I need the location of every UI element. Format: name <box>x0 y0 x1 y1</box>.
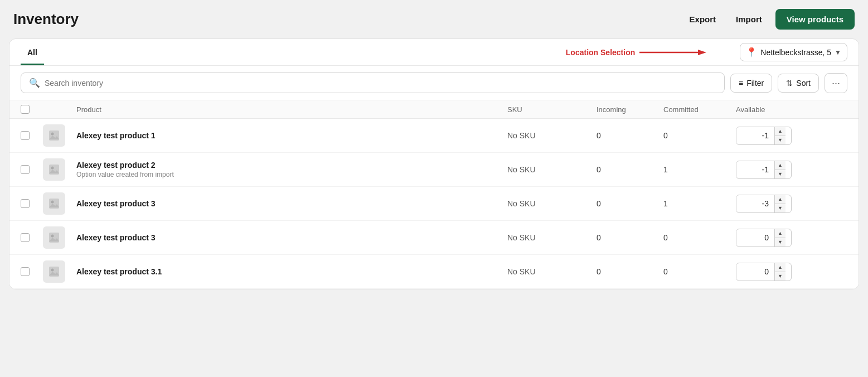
product-sub: Option value created from import <box>76 171 507 178</box>
svg-point-12 <box>51 235 54 238</box>
table-row: Alexey test product 1 No SKU 0 0 ▲ ▼ <box>9 119 859 153</box>
row-checkbox[interactable] <box>21 131 30 140</box>
available-cell: ▲ ▼ <box>736 229 825 247</box>
location-pin-icon: 📍 <box>746 47 757 57</box>
location-dropdown[interactable]: 📍 Nettelbeckstrasse, 5 ▼ <box>740 43 847 61</box>
row-checkbox[interactable] <box>21 165 30 174</box>
incoming-cell: 0 <box>597 165 663 174</box>
product-info: Alexey test product 3 <box>76 199 507 208</box>
row-checkbox-cell[interactable] <box>21 131 43 140</box>
filter-button[interactable]: ≡ Filter <box>730 74 772 93</box>
available-input[interactable] <box>736 264 774 279</box>
product-image <box>43 260 65 283</box>
location-selection-wrapper: Location Selection 📍 Nettelbeckstrasse, … <box>566 43 847 61</box>
stepper-down-button[interactable]: ▼ <box>775 272 785 281</box>
image-placeholder-icon <box>48 129 60 142</box>
select-all-checkbox[interactable] <box>21 105 30 114</box>
sort-button[interactable]: ⇅ Sort <box>778 74 819 93</box>
sort-icon: ⇅ <box>786 79 793 88</box>
view-products-button[interactable]: View products <box>775 9 855 30</box>
product-image <box>43 158 65 181</box>
svg-point-9 <box>51 201 54 204</box>
stepper-up-button[interactable]: ▲ <box>775 263 785 272</box>
select-all-cell[interactable] <box>21 105 43 114</box>
sku-cell: No SKU <box>507 199 597 208</box>
stepper-up-button[interactable]: ▲ <box>775 195 785 204</box>
available-cell: ▲ ▼ <box>736 161 825 179</box>
filter-icon: ≡ <box>739 79 743 88</box>
chevron-down-icon: ▼ <box>835 49 841 56</box>
product-image <box>43 192 65 215</box>
available-input[interactable] <box>736 196 774 211</box>
stepper-up-button[interactable]: ▲ <box>775 161 785 170</box>
available-cell: ▲ ▼ <box>736 127 825 145</box>
row-checkbox-cell[interactable] <box>21 199 43 208</box>
committed-cell: 0 <box>663 267 736 276</box>
import-button[interactable]: Import <box>729 10 769 28</box>
search-input[interactable] <box>45 79 716 88</box>
table-header: Product SKU Incoming Committed Available <box>9 100 859 119</box>
stepper-down-button[interactable]: ▼ <box>775 170 785 178</box>
committed-cell: 0 <box>663 233 736 242</box>
product-info: Alexey test product 3.1 <box>76 267 507 276</box>
row-checkbox[interactable] <box>21 233 30 242</box>
stepper-up-button[interactable]: ▲ <box>775 127 785 136</box>
search-box[interactable]: 🔍 <box>21 72 725 93</box>
row-checkbox[interactable] <box>21 199 30 208</box>
available-input-wrapper[interactable]: ▲ ▼ <box>736 161 792 179</box>
product-image <box>43 226 65 249</box>
available-input[interactable] <box>736 128 774 143</box>
available-input-wrapper[interactable]: ▲ ▼ <box>736 229 792 247</box>
col-product: Product <box>76 105 507 114</box>
col-committed: Committed <box>663 105 736 114</box>
svg-point-15 <box>51 269 54 272</box>
page-title: Inventory <box>13 11 79 28</box>
svg-marker-1 <box>698 50 706 55</box>
available-input-wrapper[interactable]: ▲ ▼ <box>736 263 792 281</box>
available-cell: ▲ ▼ <box>736 195 825 213</box>
product-name: Alexey test product 3 <box>76 233 507 242</box>
stepper-btns: ▲ ▼ <box>774 127 785 144</box>
product-info: Alexey test product 2 Option value creat… <box>76 161 507 178</box>
product-image-cell <box>43 260 76 283</box>
incoming-cell: 0 <box>597 199 663 208</box>
sku-cell: No SKU <box>507 165 597 174</box>
export-button[interactable]: Export <box>683 10 723 28</box>
stepper-btns: ▲ ▼ <box>774 263 785 281</box>
product-info: Alexey test product 3 <box>76 233 507 242</box>
stepper-btns: ▲ ▼ <box>774 161 785 178</box>
search-icon: 🔍 <box>29 78 40 88</box>
table-row: Alexey test product 3.1 No SKU 0 0 ▲ ▼ <box>9 255 859 289</box>
more-options-button[interactable]: ··· <box>825 73 847 93</box>
tabs-left: All <box>21 39 49 65</box>
image-placeholder-icon <box>48 197 60 210</box>
stepper-down-button[interactable]: ▼ <box>775 136 785 144</box>
row-checkbox-cell[interactable] <box>21 165 43 174</box>
row-checkbox[interactable] <box>21 267 30 276</box>
available-input[interactable] <box>736 230 774 245</box>
committed-cell: 0 <box>663 131 736 140</box>
available-input-wrapper[interactable]: ▲ ▼ <box>736 195 792 213</box>
image-placeholder-icon <box>48 265 60 278</box>
available-input-wrapper[interactable]: ▲ ▼ <box>736 127 792 145</box>
incoming-cell: 0 <box>597 233 663 242</box>
row-checkbox-cell[interactable] <box>21 267 43 276</box>
stepper-up-button[interactable]: ▲ <box>775 229 785 238</box>
top-actions: Export Import View products <box>683 9 855 30</box>
tabs-row: All Location Selection 📍 Nettelbeckstras… <box>9 39 859 66</box>
committed-cell: 1 <box>663 199 736 208</box>
available-input[interactable] <box>736 162 774 177</box>
stepper-down-button[interactable]: ▼ <box>775 238 785 246</box>
tab-all[interactable]: All <box>21 39 44 65</box>
toolbar-row: 🔍 ≡ Filter ⇅ Sort ··· <box>9 66 859 100</box>
stepper-down-button[interactable]: ▼ <box>775 204 785 212</box>
location-annotation: Location Selection <box>566 47 706 58</box>
product-info: Alexey test product 1 <box>76 131 507 140</box>
col-sku: SKU <box>507 105 597 114</box>
product-image-cell <box>43 158 76 181</box>
product-image-cell <box>43 124 76 147</box>
image-placeholder-icon <box>48 231 60 244</box>
sku-cell: No SKU <box>507 267 597 276</box>
row-checkbox-cell[interactable] <box>21 233 43 242</box>
arrow-svg <box>639 47 706 58</box>
